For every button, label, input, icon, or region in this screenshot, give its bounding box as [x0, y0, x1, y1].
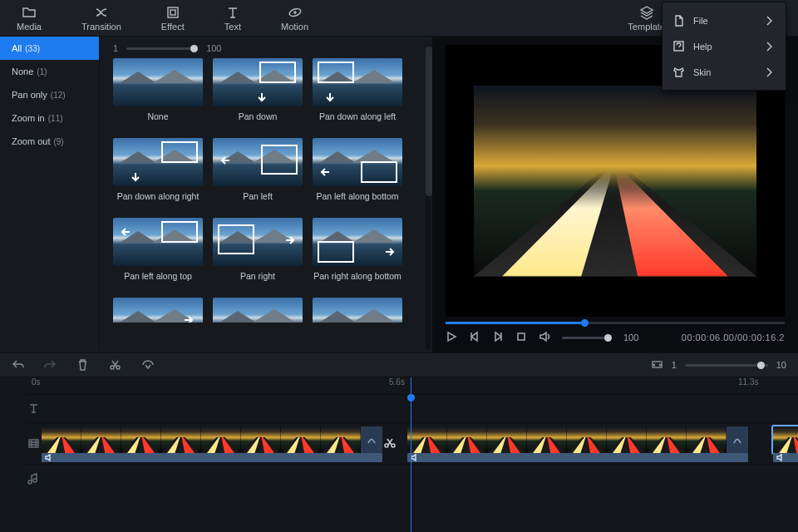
- timeline: 0s 5.6s 11.3s: [0, 377, 798, 532]
- effect-item[interactable]: Pan left along bottom: [313, 138, 402, 201]
- seek-bar[interactable]: [446, 322, 785, 324]
- effect-item[interactable]: Pan right: [213, 218, 303, 281]
- effect-label: Pan down along right: [113, 191, 203, 201]
- text-track-icon: [27, 402, 40, 415]
- sidebar-item-zoomout[interactable]: Zoom out(9): [0, 130, 99, 153]
- tab-text[interactable]: Text: [224, 5, 241, 32]
- file-icon: [672, 14, 685, 27]
- zoom-max: 10: [776, 360, 786, 370]
- video-clip[interactable]: [42, 426, 382, 453]
- effects-panel: 1 100 None Pan down Pan down along left …: [100, 37, 432, 352]
- svg-rect-9: [29, 440, 38, 447]
- time-display: 00:00:06.00/00:00:16.2: [682, 332, 785, 342]
- svg-point-11: [392, 444, 395, 447]
- effect-item[interactable]: Pan right along bottom: [313, 218, 402, 281]
- chevron-right-icon: [763, 40, 776, 52]
- effect-label: Pan right along bottom: [313, 271, 402, 281]
- time-ruler[interactable]: 0s 5.6s 11.3s: [0, 377, 798, 394]
- sidebar-item-all[interactable]: All(33): [0, 37, 99, 60]
- audio-clip[interactable]: [407, 453, 748, 462]
- video-clip[interactable]: [773, 426, 798, 453]
- svg-point-7: [116, 366, 120, 369]
- fit-button[interactable]: [651, 358, 663, 372]
- svg-point-3: [294, 12, 296, 13]
- chevron-right-icon: [763, 66, 776, 78]
- folder-icon: [22, 5, 37, 20]
- effect-label: Pan right: [213, 271, 303, 281]
- tab-transition[interactable]: Transition: [81, 5, 121, 32]
- menu-file[interactable]: File: [663, 7, 786, 33]
- sidebar-item-none[interactable]: None(1): [0, 60, 99, 83]
- effect-item[interactable]: None: [113, 58, 203, 121]
- tab-template[interactable]: Template: [628, 5, 665, 32]
- transition-handle[interactable]: [361, 426, 382, 453]
- effect-item[interactable]: Pan left: [213, 138, 303, 201]
- skin-icon: [672, 66, 685, 78]
- volume-button[interactable]: [539, 331, 550, 344]
- track-video[interactable]: [25, 422, 798, 464]
- transition-handle[interactable]: [727, 426, 748, 453]
- video-clip[interactable]: [407, 426, 748, 453]
- zoom-min: 1: [672, 360, 677, 370]
- sidebar-item-panonly[interactable]: Pan only(12): [0, 83, 99, 106]
- effect-item[interactable]: Pan down along right: [113, 138, 203, 201]
- tab-motion[interactable]: Motion: [281, 5, 308, 32]
- effect-label: Pan left along top: [113, 271, 203, 281]
- effect-label: Pan down: [213, 111, 303, 121]
- menu-help[interactable]: Help: [663, 33, 786, 59]
- track-audio[interactable]: [25, 464, 798, 492]
- crop-button[interactable]: [141, 358, 154, 372]
- effects-scrollbar[interactable]: [426, 47, 431, 349]
- sidebar-item-zoomin[interactable]: Zoom in(11): [0, 106, 99, 130]
- category-sidebar: All(33) None(1) Pan only(12) Zoom in(11)…: [0, 37, 100, 352]
- effect-item[interactable]: [313, 298, 402, 323]
- thumbnail-size-slider[interactable]: 1 100: [113, 43, 419, 53]
- zoom-slider[interactable]: [685, 364, 768, 367]
- effect-label: Pan left along bottom: [313, 191, 402, 201]
- split-button[interactable]: [109, 358, 121, 372]
- redo-button[interactable]: [44, 358, 57, 372]
- delete-button[interactable]: [76, 358, 89, 372]
- video-track-icon: [27, 437, 40, 450]
- effect-item[interactable]: Pan down: [213, 58, 303, 121]
- tab-media[interactable]: Media: [17, 5, 42, 32]
- tab-effect[interactable]: Effect: [161, 5, 185, 32]
- split-indicator-icon: [384, 436, 396, 450]
- size-max: 100: [206, 43, 221, 53]
- effect-item[interactable]: [113, 298, 203, 323]
- transition-icon: [94, 5, 109, 20]
- next-frame-button[interactable]: [492, 331, 504, 344]
- svg-rect-5: [518, 333, 525, 340]
- play-button[interactable]: [446, 331, 457, 344]
- playhead[interactable]: [411, 377, 411, 532]
- menu-skin[interactable]: Skin: [663, 59, 786, 85]
- effect-icon: [165, 5, 180, 20]
- prev-frame-button[interactable]: [469, 331, 480, 344]
- audio-clip[interactable]: [773, 453, 798, 462]
- stop-button[interactable]: [515, 331, 527, 344]
- svg-rect-0: [168, 7, 178, 17]
- effect-label: Pan left: [213, 191, 303, 201]
- effect-item[interactable]: Pan left along top: [113, 218, 203, 281]
- svg-point-6: [111, 366, 114, 369]
- effect-label: None: [113, 111, 203, 121]
- chevron-right-icon: [763, 14, 776, 27]
- help-icon: [672, 40, 685, 52]
- template-icon: [639, 5, 654, 20]
- motion-icon: [288, 5, 303, 20]
- main-menu-dropdown: File Help Skin: [662, 2, 786, 91]
- size-min: 1: [113, 43, 118, 53]
- volume-slider[interactable]: [562, 337, 612, 339]
- timeline-toolbar: 1 10: [0, 352, 798, 377]
- effect-item[interactable]: [213, 298, 303, 323]
- text-icon: [225, 5, 240, 20]
- svg-point-10: [385, 444, 388, 447]
- svg-rect-1: [170, 10, 175, 15]
- audio-track-icon: [27, 472, 40, 485]
- effect-item[interactable]: Pan down along left: [313, 58, 402, 121]
- undo-button[interactable]: [12, 358, 24, 372]
- volume-value: 100: [623, 332, 638, 342]
- effect-label: Pan down along left: [313, 111, 402, 121]
- audio-clip[interactable]: [42, 453, 382, 462]
